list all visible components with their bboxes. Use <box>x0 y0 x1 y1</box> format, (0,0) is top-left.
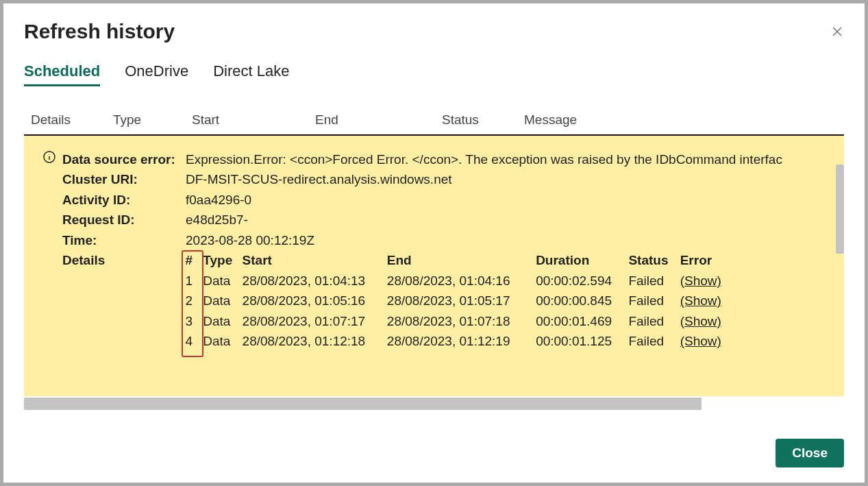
row-duration: 00:00:01.125 <box>536 331 625 351</box>
tab-direct-lake[interactable]: Direct Lake <box>213 62 289 86</box>
activity-id-value: f0aa4296-0 <box>186 190 844 210</box>
activity-id-label: Activity ID: <box>62 190 186 210</box>
col-message: Message <box>524 112 837 127</box>
col-end: End <box>315 112 442 127</box>
row-status: Failed <box>628 331 676 351</box>
time-label: Time: <box>62 230 186 250</box>
close-icon[interactable] <box>830 25 844 38</box>
time-value: 2023-08-28 00:12:19Z <box>186 230 844 250</box>
history-column-headers: Details Type Start End Status Message <box>24 111 844 134</box>
dialog-footer: Close <box>776 439 844 467</box>
show-error-link[interactable]: (Show) <box>680 331 727 351</box>
row-start: 28/08/2023, 01:05:16 <box>243 291 384 311</box>
col-type: Type <box>113 112 192 127</box>
error-panel: Data source error: Expression.Error: <cc… <box>24 136 844 396</box>
row-num: 2 <box>184 291 199 311</box>
col-details: Details <box>31 112 113 127</box>
details-col-status: Status <box>628 250 676 270</box>
info-icon <box>43 151 55 163</box>
details-table-header: # Type Start End Duration Status Error <box>184 250 727 270</box>
dialog: Refresh history Scheduled OneDrive Direc… <box>0 0 868 486</box>
cluster-uri-value: DF-MSIT-SCUS-redirect.analysis.windows.n… <box>186 169 844 189</box>
row-duration: 00:00:02.594 <box>536 271 625 291</box>
close-button[interactable]: Close <box>776 439 844 467</box>
row-end: 28/08/2023, 01:04:16 <box>387 271 532 291</box>
col-status: Status <box>442 112 524 127</box>
row-status: Failed <box>628 271 676 291</box>
request-id-value: e48d25b7- <box>186 210 844 230</box>
row-type: Data <box>203 331 238 351</box>
show-error-link[interactable]: (Show) <box>680 311 727 331</box>
row-end: 28/08/2023, 01:07:18 <box>387 311 532 331</box>
tab-onedrive[interactable]: OneDrive <box>125 62 188 86</box>
details-row: 1 Data 28/08/2023, 01:04:13 28/08/2023, … <box>184 271 727 291</box>
details-row: 3 Data 28/08/2023, 01:07:17 28/08/2023, … <box>184 311 727 331</box>
row-type: Data <box>203 271 238 291</box>
col-start: Start <box>192 112 315 127</box>
details-col-end: End <box>387 250 532 270</box>
row-status: Failed <box>628 311 676 331</box>
row-duration: 00:00:00.845 <box>536 291 625 311</box>
data-source-error-value: Expression.Error: <ccon>Forced Error. </… <box>186 149 844 169</box>
details-label: Details <box>62 250 184 351</box>
show-error-link[interactable]: (Show) <box>680 291 727 311</box>
dialog-title: Refresh history <box>24 20 175 43</box>
row-start: 28/08/2023, 01:04:13 <box>243 271 384 291</box>
show-error-link[interactable]: (Show) <box>680 271 727 291</box>
row-status: Failed <box>628 291 676 311</box>
dialog-header: Refresh history <box>24 20 844 43</box>
row-type: Data <box>203 291 238 311</box>
details-col-num: # <box>184 250 199 270</box>
details-row: 2 Data 28/08/2023, 01:05:16 28/08/2023, … <box>184 291 727 311</box>
details-col-error: Error <box>680 250 727 270</box>
row-duration: 00:00:01.469 <box>536 311 625 331</box>
row-num: 1 <box>184 271 199 291</box>
tab-bar: Scheduled OneDrive Direct Lake <box>24 62 844 86</box>
data-source-error-label: Data source error: <box>62 149 186 169</box>
details-col-duration: Duration <box>536 250 625 270</box>
details-col-start: Start <box>243 250 384 270</box>
row-num: 3 <box>184 311 199 331</box>
error-metadata: Data source error: Expression.Error: <cc… <box>62 149 844 351</box>
row-end: 28/08/2023, 01:05:17 <box>387 291 532 311</box>
row-start: 28/08/2023, 01:12:18 <box>243 331 384 351</box>
tab-scheduled[interactable]: Scheduled <box>24 62 100 86</box>
request-id-label: Request ID: <box>62 210 186 230</box>
vertical-scrollbar[interactable] <box>836 165 844 254</box>
history-scroll-area: Data source error: Expression.Error: <cc… <box>24 136 844 396</box>
row-num: 4 <box>184 331 199 351</box>
horizontal-scrollbar[interactable] <box>24 398 702 410</box>
row-end: 28/08/2023, 01:12:19 <box>387 331 532 351</box>
row-type: Data <box>203 311 238 331</box>
cluster-uri-label: Cluster URI: <box>62 169 186 189</box>
row-start: 28/08/2023, 01:07:17 <box>243 311 384 331</box>
details-col-type: Type <box>203 250 238 270</box>
details-row: 4 Data 28/08/2023, 01:12:18 28/08/2023, … <box>184 331 727 351</box>
